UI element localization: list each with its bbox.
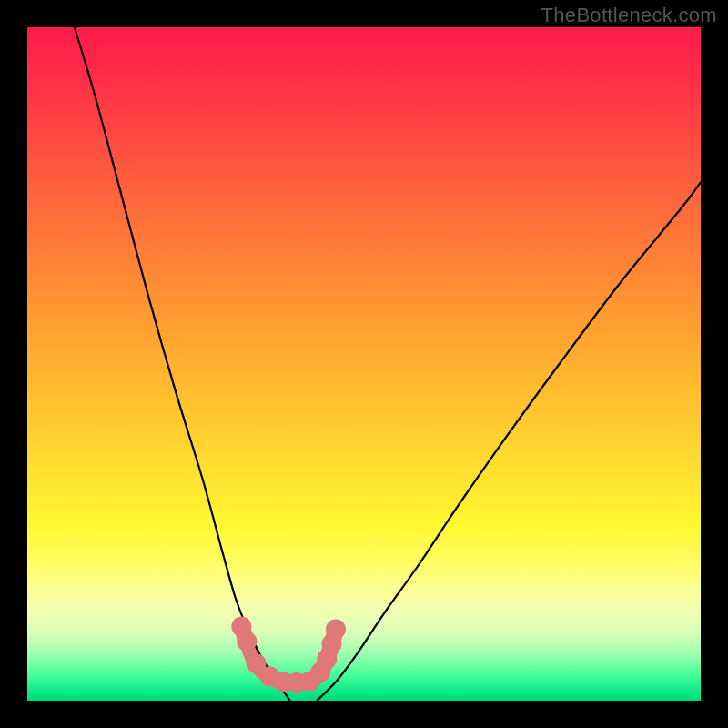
series-right-curve [317, 182, 701, 701]
dot-dot-cluster-10 [326, 620, 346, 640]
dot-dot-cluster-1 [237, 632, 257, 652]
plot-area [27, 27, 701, 701]
curves-svg [27, 27, 701, 701]
series-left-curve [75, 27, 290, 701]
watermark-text: TheBottleneck.com [541, 4, 717, 27]
chart-frame: TheBottleneck.com [0, 0, 728, 728]
